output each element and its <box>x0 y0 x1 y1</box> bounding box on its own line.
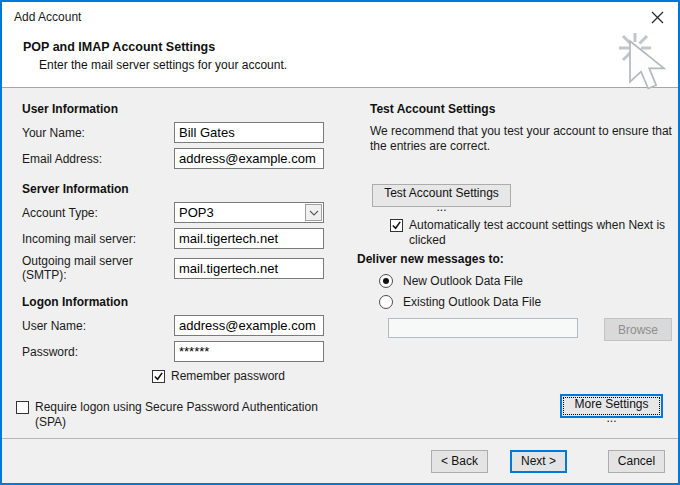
user-name-label: User Name: <box>22 319 174 333</box>
password-label: Password: <box>22 345 174 359</box>
deliver-heading: Deliver new messages to: <box>357 252 678 266</box>
logon-information-heading: Logon Information <box>22 295 354 309</box>
remember-password-checkbox[interactable]: Remember password <box>152 369 354 384</box>
outgoing-server-row: Outgoing mail server (SMTP): <box>22 254 354 282</box>
outgoing-server-input[interactable] <box>174 258 324 279</box>
close-icon <box>651 11 664 24</box>
email-address-label: Email Address: <box>22 152 174 166</box>
existing-data-file-label[interactable]: Existing Outlook Data File <box>403 295 541 309</box>
email-address-row: Email Address: <box>22 148 354 169</box>
dialog-body: User Information Your Name: Email Addres… <box>2 88 678 438</box>
incoming-server-label: Incoming mail server: <box>22 232 174 246</box>
spa-checkbox[interactable]: Require logon using Secure Password Auth… <box>16 400 354 430</box>
your-name-row: Your Name: <box>22 122 354 143</box>
existing-file-row: Browse <box>388 318 678 341</box>
checkbox-checked-icon[interactable] <box>152 370 165 383</box>
cancel-button[interactable]: Cancel <box>608 450 665 473</box>
checkbox-checked-icon[interactable] <box>390 219 403 232</box>
account-type-dropdown-button[interactable] <box>305 204 322 221</box>
account-type-select[interactable]: POP3 <box>174 202 324 223</box>
new-data-file-radio[interactable]: New Outlook Data File <box>379 274 678 288</box>
checkbox-unchecked-icon[interactable] <box>16 401 29 414</box>
chevron-down-icon <box>309 210 319 216</box>
footer-button-bar: < Back Next > Cancel <box>2 438 678 483</box>
auto-test-label[interactable]: Automatically test account settings when… <box>409 218 667 248</box>
auto-test-checkbox[interactable]: Automatically test account settings when… <box>390 218 678 248</box>
check-icon <box>391 220 402 231</box>
busy-cursor-icon <box>608 28 668 92</box>
back-button[interactable]: < Back <box>431 450 488 473</box>
spa-label[interactable]: Require logon using Secure Password Auth… <box>35 400 339 430</box>
user-information-heading: User Information <box>22 102 354 116</box>
existing-file-path-input <box>388 318 578 338</box>
add-account-dialog: Add Account POP and IMAP Account Setting… <box>0 0 680 485</box>
test-account-settings-button[interactable]: Test Account Settings ... <box>372 184 511 207</box>
outgoing-server-label: Outgoing mail server (SMTP): <box>22 254 174 282</box>
radio-unselected-icon[interactable] <box>379 295 393 309</box>
test-account-settings-heading: Test Account Settings <box>370 102 678 116</box>
right-column: Test Account Settings We recommend that … <box>354 88 678 438</box>
user-name-row: User Name: <box>22 315 354 336</box>
page-subtitle: Enter the mail server settings for your … <box>23 54 678 72</box>
wizard-header: POP and IMAP Account Settings Enter the … <box>2 32 678 88</box>
page-title: POP and IMAP Account Settings <box>23 32 678 54</box>
server-information-heading: Server Information <box>22 182 354 196</box>
more-settings-button[interactable]: More Settings ... <box>560 394 663 418</box>
incoming-server-row: Incoming mail server: <box>22 228 354 249</box>
new-data-file-label[interactable]: New Outlook Data File <box>403 274 523 288</box>
account-type-label: Account Type: <box>22 206 174 220</box>
remember-password-label[interactable]: Remember password <box>171 369 285 384</box>
check-icon <box>153 371 164 382</box>
user-name-input[interactable] <box>174 315 324 336</box>
password-row: Password: <box>22 341 354 362</box>
existing-data-file-radio[interactable]: Existing Outlook Data File <box>379 295 678 309</box>
test-account-settings-description: We recommend that you test your account … <box>370 124 672 154</box>
title-bar: Add Account <box>2 2 678 32</box>
browse-button: Browse <box>604 318 672 341</box>
incoming-server-input[interactable] <box>174 228 324 249</box>
close-button[interactable] <box>644 5 670 29</box>
email-address-input[interactable] <box>174 148 324 169</box>
left-column: User Information Your Name: Email Addres… <box>2 88 354 438</box>
next-button[interactable]: Next > <box>510 450 567 473</box>
window-title: Add Account <box>14 10 81 24</box>
password-input[interactable] <box>174 341 324 362</box>
your-name-input[interactable] <box>174 122 324 143</box>
account-type-value: POP3 <box>179 205 214 220</box>
account-type-row: Account Type: POP3 <box>22 202 354 223</box>
radio-selected-icon[interactable] <box>379 274 393 288</box>
your-name-label: Your Name: <box>22 126 174 140</box>
